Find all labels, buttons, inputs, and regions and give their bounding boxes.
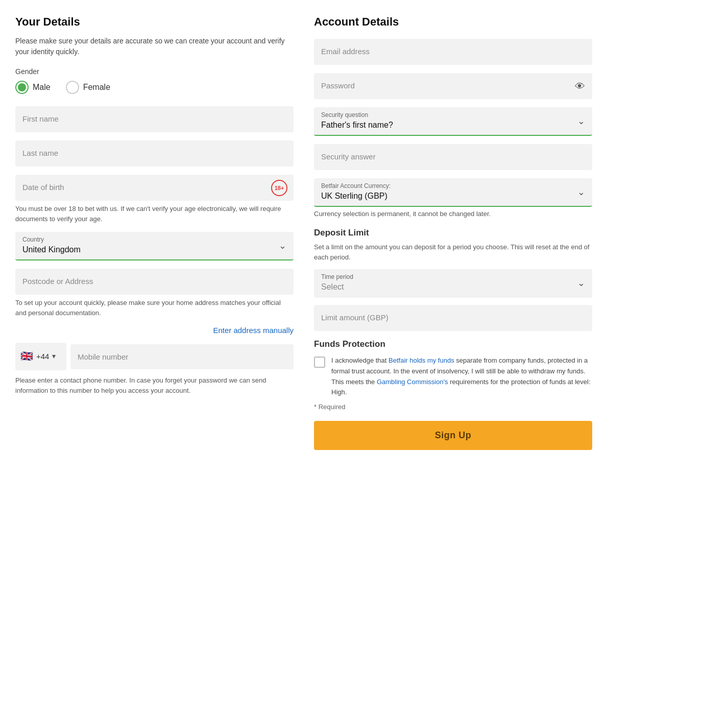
- password-eye-icon[interactable]: 👁: [575, 80, 585, 92]
- signup-button[interactable]: Sign Up: [314, 421, 592, 450]
- female-label: Female: [83, 83, 110, 92]
- gambling-commission-link[interactable]: Gambling Commission's: [377, 378, 448, 386]
- phone-row: 🇬🇧 +44 ▾: [15, 343, 294, 370]
- right-title: Account Details: [314, 15, 592, 29]
- fp-text: I acknowledge that Betfair holds my fund…: [331, 356, 592, 398]
- security-answer-field: [314, 144, 592, 170]
- email-field: [314, 39, 592, 65]
- first-name-field: [15, 106, 294, 132]
- fp-checkbox-row: I acknowledge that Betfair holds my fund…: [314, 356, 592, 398]
- uk-flag-icon: 🇬🇧: [20, 350, 33, 362]
- deposit-limit-desc: Set a limit on the amount you can deposi…: [314, 242, 592, 262]
- dob-wrapper: 18+: [15, 175, 294, 201]
- male-radio[interactable]: [15, 81, 29, 94]
- limit-amount-field: [314, 305, 592, 331]
- security-question-field[interactable]: Security question Father's first name? ⌄: [314, 107, 592, 136]
- mobile-number-input[interactable]: [70, 344, 294, 369]
- dob-input[interactable]: [15, 175, 294, 201]
- first-name-input[interactable]: [15, 106, 294, 132]
- betfair-holds-funds-link[interactable]: Betfair holds my funds: [389, 357, 454, 364]
- left-title: Your Details: [15, 15, 294, 29]
- fp-text-pre: I acknowledge that: [331, 357, 389, 364]
- funds-protection-checkbox[interactable]: [314, 357, 325, 368]
- currency-note: Currency selection is permanent, it cann…: [314, 210, 592, 218]
- password-wrapper: 👁: [314, 73, 592, 99]
- enter-address-manually-link[interactable]: Enter address manually: [213, 326, 294, 335]
- required-note: * Required: [314, 403, 592, 411]
- country-value: United Kingdom: [15, 243, 294, 259]
- phone-chevron-icon: ▾: [52, 352, 56, 360]
- security-question-label: Security question: [314, 107, 592, 118]
- dob-helper: You must be over 18 to bet with us. If w…: [15, 204, 294, 224]
- last-name-field: [15, 140, 294, 167]
- deposit-limit-section: Deposit Limit Set a limit on the amount …: [314, 228, 592, 331]
- male-option[interactable]: Male: [15, 81, 51, 94]
- time-period-value: Select: [314, 280, 592, 297]
- deposit-limit-title: Deposit Limit: [314, 228, 592, 238]
- last-name-input[interactable]: [15, 140, 294, 167]
- phone-helper: Please enter a contact phone number. In …: [15, 375, 294, 395]
- left-subtitle: Please make sure your details are accura…: [15, 36, 294, 57]
- gender-row: Male Female: [15, 81, 294, 94]
- left-column: Your Details Please make sure your detai…: [15, 15, 294, 450]
- time-period-field[interactable]: Time period Select ⌄: [314, 269, 592, 298]
- currency-value: UK Sterling (GBP): [314, 189, 592, 206]
- female-radio[interactable]: [66, 81, 79, 94]
- password-field: 👁: [314, 73, 592, 99]
- phone-country-selector[interactable]: 🇬🇧 +44 ▾: [15, 343, 66, 370]
- address-helper: To set up your account quickly, please m…: [15, 298, 294, 318]
- postcode-field: To set up your account quickly, please m…: [15, 269, 294, 318]
- age-badge: 18+: [271, 180, 287, 196]
- dob-field: 18+ You must be over 18 to bet with us. …: [15, 175, 294, 224]
- funds-protection-title: Funds Protection: [314, 339, 592, 349]
- security-question-value: Father's first name?: [314, 118, 592, 135]
- enter-address-manually-container: Enter address manually: [15, 326, 294, 335]
- postcode-input[interactable]: [15, 269, 294, 295]
- male-label: Male: [33, 83, 51, 92]
- country-field[interactable]: Country United Kingdom ⌄: [15, 232, 294, 260]
- country-label: Country: [15, 232, 294, 243]
- limit-amount-input[interactable]: [314, 305, 592, 331]
- funds-protection-section: Funds Protection I acknowledge that Betf…: [314, 339, 592, 411]
- right-column: Account Details 👁 Security question Fath…: [314, 15, 592, 450]
- email-input[interactable]: [314, 39, 592, 65]
- time-period-label: Time period: [314, 269, 592, 280]
- phone-code: +44: [36, 352, 49, 361]
- currency-label: Betfair Account Currency:: [314, 178, 592, 189]
- male-radio-inner: [18, 83, 26, 91]
- gender-label: Gender: [15, 67, 294, 76]
- currency-field[interactable]: Betfair Account Currency: UK Sterling (G…: [314, 178, 592, 207]
- password-input[interactable]: [314, 73, 592, 99]
- female-option[interactable]: Female: [66, 81, 110, 94]
- security-answer-input[interactable]: [314, 144, 592, 170]
